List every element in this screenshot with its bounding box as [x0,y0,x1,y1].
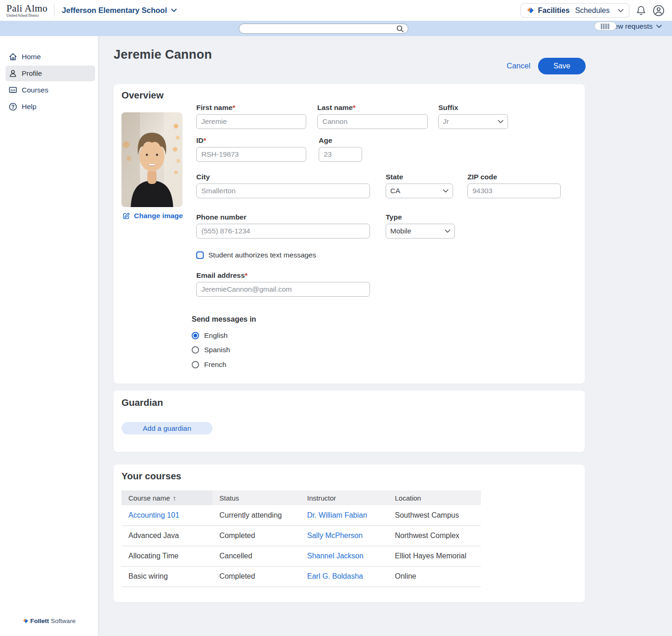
courses-title: Your courses [121,471,182,482]
sidebar: Home Profile Courses Help Follett Softwa… [0,21,98,636]
language-radio-label: English [204,331,228,340]
column-header-course-name[interactable]: Course name↑ [121,490,212,505]
required-asterisk: * [204,136,206,144]
search-input[interactable] [242,24,394,33]
course-name: Basic wiring [128,572,168,580]
first-name-label: First name* [196,104,306,112]
language-radio-spanish[interactable]: Spanish [192,343,230,358]
app-switcher[interactable]: FacilitiesSchedules [521,3,630,18]
notifications-button[interactable] [636,5,646,16]
course-name-link[interactable]: Accounting 101 [128,511,179,519]
authorize-texts-checkbox[interactable] [196,251,204,259]
student-photo [121,112,182,207]
school-switcher[interactable]: Jefferson Elementary School [62,6,176,15]
age-input[interactable] [319,147,362,162]
table-row: Basic wiringCompletedEarl G. BoldashaOnl… [121,566,481,587]
instructor-link[interactable]: Shannel Jackson [307,552,363,560]
language-radio-english[interactable]: English [192,328,230,343]
courses-icon [8,86,18,95]
chevron-down-icon [171,8,177,12]
guardian-card: Guardian Add a guardian [114,391,585,452]
course-location: Northwest Complex [395,532,460,539]
courses-table: Course name↑StatusInstructorLocation Acc… [121,490,481,587]
table-row: Accounting 101Currently attendingDr. Wil… [121,505,481,526]
course-status: Completed [219,532,255,539]
search-icon[interactable] [396,25,404,33]
courses-card: Your courses Course name↑StatusInstructo… [114,465,585,602]
required-asterisk: * [245,271,248,279]
zip-input[interactable] [467,183,561,198]
sidebar-item-help[interactable]: Help [6,99,95,115]
top-header: Pali Almo Unified School District Jeffer… [0,0,672,21]
state-label: State [386,173,453,181]
barcode-icon [600,24,611,29]
authorize-texts-label: Student authorizes text messages [208,251,316,259]
main-content: Jeremie Cannon Cancel Save Overview [98,36,672,636]
footer-logo: Follett Software [0,618,98,624]
chevron-down-icon [443,189,448,193]
phone-type-select[interactable]: Mobile [386,224,455,238]
overview-title: Overview [121,90,163,101]
required-asterisk: * [353,104,356,111]
email-input[interactable] [196,282,370,297]
district-logo: Pali Almo Unified School District [6,4,48,18]
course-name: Advanced Java [128,532,179,539]
first-name-input[interactable] [196,114,306,129]
instructor-link[interactable]: Earl G. Boldasha [307,572,363,580]
cancel-button[interactable]: Cancel [507,61,530,70]
city-input[interactable] [196,183,370,198]
secondary-toolbar: ew requests [0,21,672,36]
radio-icon[interactable] [192,332,199,339]
add-guardian-button[interactable]: Add a guardian [121,422,212,434]
instructor-link[interactable]: Sally McPherson [307,532,363,539]
chevron-down-icon [618,9,624,12]
course-location: Southwest Campus [395,511,459,519]
column-header-location[interactable]: Location [388,490,481,505]
barcode-scan-button[interactable] [594,22,617,31]
table-row: Allocating TimeCancelledShannel JacksonE… [121,546,481,566]
requests-dropdown[interactable]: ew requests [614,22,662,31]
change-image-button[interactable]: Change image [122,212,183,220]
course-location: Online [395,572,416,580]
save-button[interactable]: Save [538,58,586,74]
footer-logo-regular: Software [51,618,75,624]
state-select[interactable]: CA [386,183,453,198]
radio-icon[interactable] [192,361,199,368]
sidebar-item-home[interactable]: Home [6,49,95,65]
id-input[interactable] [196,147,306,162]
page-title: Jeremie Cannon [114,48,212,62]
app-switcher-name-regular: Schedules [575,6,610,15]
sidebar-item-label: Help [22,103,36,111]
language-radio-label: French [204,361,226,369]
column-header-status[interactable]: Status [212,490,300,505]
city-label: City [196,173,370,181]
chevron-down-icon [445,229,450,233]
instructor-link[interactable]: Dr. William Fabian [307,511,367,519]
app-switcher-name-bold: Facilities [538,6,569,15]
school-name: Jefferson Elementary School [62,6,167,15]
course-status: Completed [219,572,255,580]
language-radio-french[interactable]: French [192,357,230,372]
id-label: ID* [196,136,306,145]
sidebar-item-profile[interactable]: Profile [6,66,95,81]
footer-logo-bold: Follett [30,618,49,624]
send-messages-label: Send messages in [192,315,256,324]
sidebar-item-courses[interactable]: Courses [6,82,95,98]
account-icon [653,5,665,17]
bell-icon [636,5,646,16]
course-name: Allocating Time [128,552,179,560]
district-name: Pali Almo [6,4,48,13]
column-header-instructor[interactable]: Instructor [300,490,388,505]
sidebar-item-label: Home [22,53,41,61]
account-button[interactable] [653,5,665,17]
last-name-input[interactable] [317,114,428,129]
global-search[interactable] [239,24,408,34]
course-status: Currently attending [219,511,282,519]
header-divider [54,5,54,17]
phone-input[interactable] [196,224,370,238]
chevron-down-icon [656,24,662,28]
course-status: Cancelled [219,552,252,560]
app-logo-icon [527,6,534,14]
radio-icon[interactable] [192,346,199,354]
suffix-select[interactable]: Jr [438,114,508,129]
